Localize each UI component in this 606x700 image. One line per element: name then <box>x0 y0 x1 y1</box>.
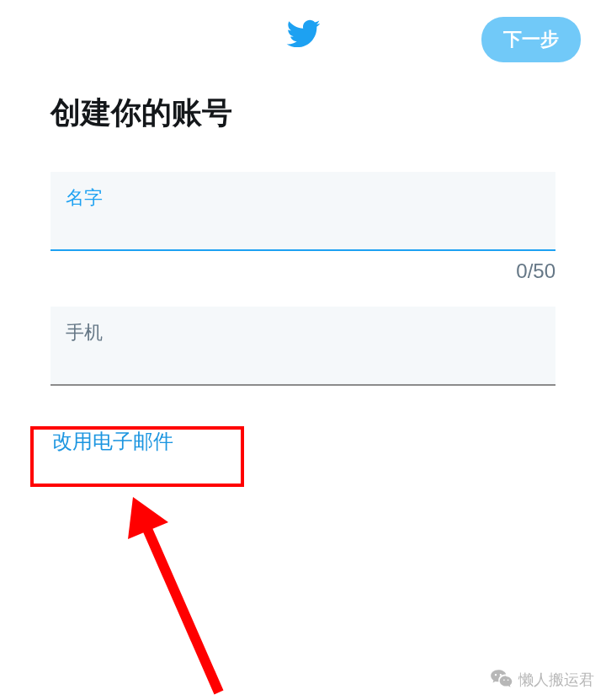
page-title: 创建你的账号 <box>50 93 556 134</box>
svg-line-1 <box>141 516 219 692</box>
phone-input-label: 手机 <box>66 320 540 345</box>
name-input[interactable]: 名字 <box>50 172 556 251</box>
phone-input[interactable]: 手机 <box>50 307 556 386</box>
svg-marker-2 <box>128 497 168 539</box>
twitter-logo-icon <box>285 16 321 51</box>
watermark-text: 懒人搬运君 <box>518 670 594 690</box>
use-email-link[interactable]: 改用电子邮件 <box>50 423 175 460</box>
content: 创建你的账号 名字 0/50 手机 改用电子邮件 <box>0 67 606 460</box>
arrow-annotation-icon <box>109 490 261 700</box>
name-counter: 0/50 <box>516 259 556 282</box>
header: 下一步 <box>0 0 606 67</box>
watermark: 懒人搬运君 <box>490 668 594 692</box>
counter-row: 0/50 <box>50 259 556 283</box>
wechat-icon <box>490 668 513 692</box>
name-input-label: 名字 <box>66 185 540 211</box>
next-button[interactable]: 下一步 <box>481 17 581 62</box>
